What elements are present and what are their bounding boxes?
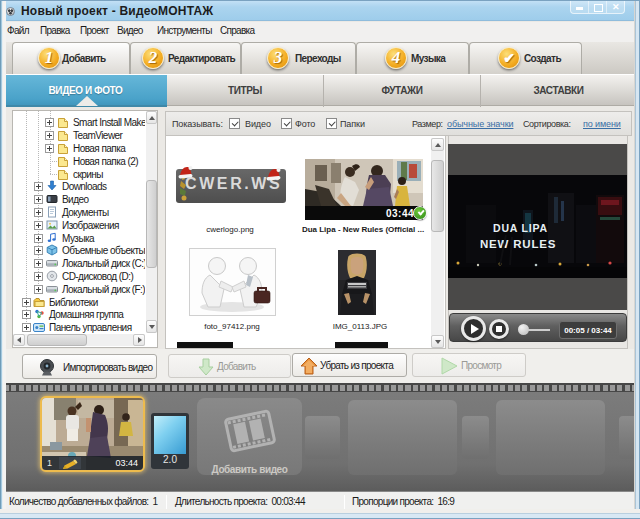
svg-text:DUA LIPA: DUA LIPA [493,222,548,234]
svg-text:NEW RULES: NEW RULES [480,238,556,250]
